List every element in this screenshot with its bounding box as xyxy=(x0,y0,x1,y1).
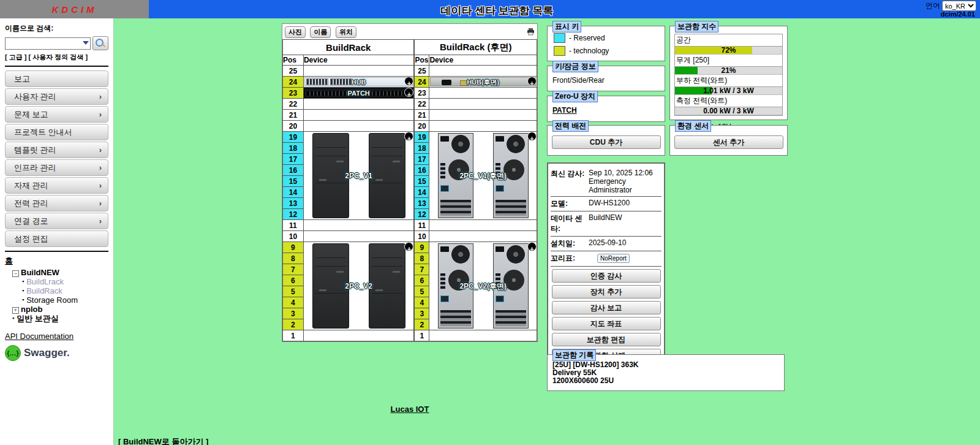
noreport-tag-button[interactable]: NoReport xyxy=(597,254,630,263)
api-documentation-link[interactable]: API Documentation xyxy=(5,332,74,341)
display-key-panel: 표시 키 - Reserved - technology xyxy=(547,26,665,61)
empty-slot[interactable] xyxy=(429,330,537,341)
search-button[interactable] xyxy=(92,36,108,50)
meter-value: 1.01 kW / 3 kW xyxy=(675,87,782,94)
device-cell[interactable]: 2PC_V1(후면) xyxy=(429,132,537,220)
add-device-icon[interactable] xyxy=(527,77,537,86)
sidebar-menu-item[interactable]: 템플릿 관리 › xyxy=(5,142,108,158)
sidebar-menu-item[interactable]: 설정 편집 xyxy=(5,230,108,247)
cabinet-info-box: 최신 감사: Sep 10, 2025 12:06 Emergency Admi… xyxy=(547,162,665,368)
lucas-iot-link[interactable]: Lucas IOT xyxy=(391,405,429,414)
search-input[interactable] xyxy=(5,37,91,50)
sidebar-menu-item[interactable]: 전력 관리 › xyxy=(5,195,108,211)
rack-unit-pos: 14 xyxy=(415,187,429,198)
device-cell[interactable]: PATCH xyxy=(303,88,414,99)
add-device-icon[interactable] xyxy=(527,132,537,141)
empty-slot[interactable] xyxy=(303,110,414,121)
history-line: Delivery 55K xyxy=(552,369,784,376)
add-sensor-button[interactable]: 센서 추가 xyxy=(674,135,783,149)
empty-slot[interactable] xyxy=(429,220,537,231)
sidebar-menu-item[interactable]: 문제 보고 › xyxy=(5,106,108,123)
tree-item[interactable]: ▪BuildLrack xyxy=(22,277,108,286)
rack-title: BuildRack xyxy=(283,40,414,55)
print-icon[interactable] xyxy=(527,28,535,36)
swagger-icon: {…} xyxy=(5,345,21,361)
empty-slot[interactable] xyxy=(429,66,537,77)
meter-value: 0.00 kW / 3 kW xyxy=(675,107,782,115)
tree-item-label[interactable]: 일반 보관실 xyxy=(17,314,59,323)
sidebar-menu-item[interactable]: 자재 관리 › xyxy=(5,177,108,194)
tree-item[interactable]: ▪BuildRack xyxy=(22,286,108,295)
empty-slot[interactable] xyxy=(429,110,537,121)
menu-item-label: 전력 관리 xyxy=(14,196,48,211)
tree-item[interactable]: +nplob xyxy=(12,305,108,314)
tree-item-label[interactable]: BuildNEW xyxy=(21,268,59,277)
add-cdu-button[interactable]: CDU 추가 xyxy=(552,135,661,149)
meter-track: 72% xyxy=(675,46,782,55)
meter-label: 부하 전력(와트) xyxy=(675,75,782,86)
empty-slot[interactable] xyxy=(429,88,537,99)
sidebar-menu-item[interactable]: 연결 경로 › xyxy=(5,213,108,229)
info-label: 데이타 센타: xyxy=(551,213,589,234)
rack-view-button[interactable]: 사진 xyxy=(285,26,306,38)
rack-view-button[interactable]: 이름 xyxy=(310,26,331,38)
environment-sensor-panel: 환경 센서 센서 추가 xyxy=(669,125,788,156)
sidebar-menu-item[interactable]: 사용자 관리 › xyxy=(5,88,108,105)
tree-item[interactable]: ▪일반 보관실 xyxy=(12,314,108,323)
cabinet-action-button[interactable]: 지도 좌표 xyxy=(552,317,661,330)
device-cell[interactable]: 2PC_V2(후면) xyxy=(429,242,537,330)
advanced-search-links[interactable]: [ 고급 ] [ 사용자 정의 검색 ] xyxy=(5,53,108,62)
device-cell[interactable]: 2PC_V2 xyxy=(303,242,414,330)
device-cell[interactable]: HUB(후면) xyxy=(429,77,537,88)
panel-title: 보관함 기록 xyxy=(552,349,596,361)
rack-unit-pos: 5 xyxy=(283,286,304,297)
sidebar-menu-item[interactable]: 보고 xyxy=(5,70,108,87)
tree-item-label[interactable]: Storage Room xyxy=(26,295,78,305)
tree-item[interactable]: ▪Storage Room xyxy=(22,295,108,305)
cabinet-action-button[interactable]: 감사 보고 xyxy=(552,301,661,314)
empty-slot[interactable] xyxy=(303,121,414,132)
rack-unit-pos: 17 xyxy=(283,154,304,165)
empty-slot[interactable] xyxy=(303,231,414,242)
swagger-link[interactable]: {…} Swagger. xyxy=(5,345,108,361)
cabinet-action-button[interactable]: 인증 감사 xyxy=(552,269,661,283)
rack-unit-pos: 10 xyxy=(415,231,429,242)
language-select[interactable]: ko_KR xyxy=(942,1,976,11)
device-cell[interactable]: HUB xyxy=(303,77,414,88)
search-combobox[interactable] xyxy=(5,37,91,50)
sidebar-menu-item[interactable]: 인프라 관리 › xyxy=(5,159,108,176)
rack-unit-pos: 14 xyxy=(283,187,304,198)
rack-title: BuildRack (후면) xyxy=(415,40,537,55)
cabinet-action-button[interactable]: 장치 추가 xyxy=(552,285,661,299)
rack-unit-pos: 9 xyxy=(283,242,304,253)
empty-slot[interactable] xyxy=(303,66,414,77)
empty-slot[interactable] xyxy=(429,121,537,132)
tree-item-label[interactable]: BuildRack xyxy=(26,286,62,295)
menu-item-label: 설정 편집 xyxy=(14,231,48,246)
chevron-down-icon[interactable] xyxy=(83,41,89,45)
device-cell[interactable]: 2PC_V1 xyxy=(303,132,414,220)
empty-slot[interactable] xyxy=(303,99,414,110)
device-label: HUB(후면) xyxy=(429,77,537,86)
rack-view-button[interactable]: 위치 xyxy=(336,26,356,38)
rack-unit-pos: 23 xyxy=(283,88,304,99)
bottom-partial-link[interactable]: [ BuildNEW로 돌아가기 ] xyxy=(118,436,208,445)
tree-item[interactable]: −BuildNEW xyxy=(12,268,108,277)
rack-unit-pos: 16 xyxy=(415,165,429,176)
legend-swatch xyxy=(554,33,565,43)
sidebar-menu-item[interactable]: 프로젝트 안내서 xyxy=(5,124,108,140)
zero-u-device-link[interactable]: PATCH xyxy=(552,106,577,115)
add-device-icon[interactable] xyxy=(527,242,537,251)
tree-item-label[interactable]: BuildLrack xyxy=(26,277,64,286)
tree-home-link[interactable]: 홈 xyxy=(5,256,13,267)
empty-slot[interactable] xyxy=(303,330,414,341)
cabinet-action-button[interactable]: 보관함 편집 xyxy=(552,333,661,346)
tree-item-label[interactable]: nplob xyxy=(21,305,42,314)
empty-slot[interactable] xyxy=(429,99,537,110)
panel-title: 표시 키 xyxy=(552,21,581,32)
empty-slot[interactable] xyxy=(303,220,414,231)
empty-slot[interactable] xyxy=(429,231,537,242)
rack-unit-pos: 16 xyxy=(283,165,304,176)
info-row: 모델: DW-HS1200 xyxy=(551,197,662,211)
rack-unit-pos: 12 xyxy=(415,209,429,220)
